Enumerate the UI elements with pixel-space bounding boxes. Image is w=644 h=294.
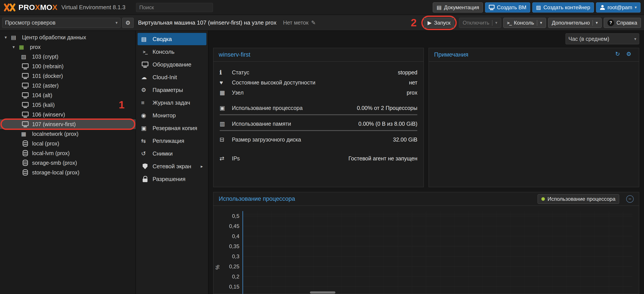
vm-actions: 2 ▶ Запуск Отключить ▾ >_ Консоль ▾ Допо… (411, 15, 641, 30)
info-icon: ℹ (220, 70, 228, 75)
console-icon: >_ (141, 49, 149, 54)
ips-row: ⇄ IPs Гостевой агент не запущен (220, 153, 418, 163)
tree-item-localnetwork[interactable]: ▦ localnetwork (prox) (0, 129, 136, 139)
page-title: Виртуальная машина 107 (winserv-first) н… (138, 19, 276, 26)
pencil-icon: ✎ (311, 20, 316, 25)
server-view-select[interactable]: Просмотр серверов ▾ (2, 18, 120, 28)
hardware-icon (141, 62, 149, 68)
vm-menu: ▤ Сводка >_ Консоль Оборудование ☁ Cloud… (136, 31, 208, 294)
expander-icon[interactable]: ▾ (3, 35, 8, 40)
ytick: 0,4 (232, 231, 239, 241)
tree-item-datacenter[interactable]: ▾ ▤ Центр обработки данных (0, 32, 136, 42)
create-container-button[interactable]: ▨ Создать контейнер (532, 2, 594, 12)
snapshot-icon: ↺ (141, 151, 149, 156)
eye-icon: ◉ (141, 113, 149, 118)
create-vm-button[interactable]: Создать ВМ (485, 2, 530, 12)
shield-icon (141, 163, 149, 169)
start-button[interactable]: ▶ Запуск (424, 18, 454, 28)
tree-settings-button[interactable]: ⚙ (122, 18, 134, 28)
tree-item-vm-102[interactable]: 102 (aster) (0, 81, 136, 90)
help-button[interactable]: ? Справка (604, 18, 641, 28)
node-value: prox (406, 90, 418, 96)
tree-item-vm-106[interactable]: 106 (winserv) (0, 110, 136, 119)
button-divider (537, 20, 537, 26)
tree-item-node-prox[interactable]: ▾ ▦ prox (0, 42, 136, 52)
gear-icon[interactable]: ⚙ (626, 51, 634, 59)
tree-item-storage-smb[interactable]: sorage-smb (prox) (0, 158, 136, 168)
building-icon: ▦ (220, 90, 228, 95)
summary-icon: ▤ (141, 36, 149, 42)
more-button[interactable]: Дополнительно ▾ (548, 18, 602, 28)
menu-item-permissions[interactable]: Разрешения (138, 173, 206, 185)
period-select[interactable]: Час (в среднем) ▾ (566, 33, 639, 44)
node-row: ▦ Узел prox (220, 88, 418, 98)
expander-icon[interactable]: ▾ (11, 44, 16, 50)
tree-item-storage-local[interactable]: local (prox) (0, 139, 136, 148)
tree-item-vm-105[interactable]: 105 (kali) (0, 100, 136, 110)
cpu-chart-title: Использование процессора (219, 195, 295, 202)
yaxis-label: % (214, 265, 221, 270)
menu-item-backup[interactable]: ▣ Резервная копия (138, 122, 206, 134)
menu-item-monitor[interactable]: ◉ Монитор (138, 109, 206, 122)
bootdisk-value: 32.00 GiB (393, 137, 418, 143)
tree-item-vm-101[interactable]: 101 (docker) (0, 71, 136, 81)
chevron-down-icon: ▾ (596, 20, 598, 25)
monitor-icon (489, 5, 494, 9)
horizontal-scrollbar-thumb[interactable] (310, 291, 336, 294)
top-bar: PROXMOX Virtual Environment 8.1.3 ▤ Доку… (0, 0, 644, 15)
tree-item-storage-local2[interactable]: storage-local (prox) (0, 168, 136, 177)
chevron-down-icon: ▾ (634, 5, 637, 10)
period-row: Час (в среднем) ▾ (213, 33, 639, 44)
notes-header-icons: ↻ ⚙ (615, 51, 634, 59)
disk-icon: ⊟ (220, 137, 228, 143)
status-value: stopped (398, 69, 418, 76)
tree-item-storage-local-lvm[interactable]: local-lvm (prox) (0, 148, 136, 158)
menu-item-snapshots[interactable]: ↺ Снимки (138, 147, 206, 160)
list-icon: ≡ (141, 100, 149, 106)
chevron-down-icon: ▾ (116, 20, 118, 25)
tree-item-vm-100[interactable]: 100 (rebrain) (0, 61, 136, 71)
shutdown-button[interactable]: Отключить ▾ (459, 18, 501, 28)
documentation-button[interactable]: ▤ Документация (433, 2, 483, 12)
ha-row: ♥ Состояние высокой доступности нет (220, 77, 418, 88)
heart-icon: ♥ (220, 80, 228, 85)
monitor-icon (21, 102, 30, 108)
menu-item-console[interactable]: >_ Консоль (138, 46, 206, 58)
notes-card-body[interactable] (429, 62, 639, 187)
global-search (136, 3, 213, 12)
menu-item-summary[interactable]: ▤ Сводка (138, 33, 206, 45)
menu-item-firewall[interactable]: Сетевой экран ▸ (138, 160, 206, 172)
book-icon: ▤ (436, 5, 442, 10)
vm-status-card-header: winserv-first (214, 48, 424, 62)
chevron-down-icon: ▾ (634, 36, 636, 41)
user-menu-button[interactable]: root@pam ▾ (596, 2, 640, 12)
ytick: 0,25 (229, 262, 239, 272)
server-icon: ▤ (11, 35, 19, 40)
menu-item-hardware[interactable]: Оборудование (138, 58, 206, 71)
tree-item-vm-107[interactable]: 107 (winserv-first) (0, 119, 136, 129)
collapse-chart-button[interactable]: − (626, 195, 634, 203)
chevron-right-icon: ▸ (201, 164, 203, 169)
menu-item-cloudinit[interactable]: ☁ Cloud-Init (138, 71, 206, 83)
storage-icon (21, 141, 30, 147)
menu-item-tasklog[interactable]: ≡ Журнал задач (138, 97, 206, 109)
console-button[interactable]: >_ Консоль ▾ (503, 18, 546, 28)
backup-icon: ▣ (141, 125, 149, 131)
ips-value: Гостевой агент не запущен (348, 155, 418, 162)
memory-progressbar (220, 130, 418, 131)
memory-value: 0.00% (0 B из 8.00 GiB) (358, 121, 418, 127)
monitor-icon (21, 121, 30, 127)
tags-editor[interactable]: Нет меток ✎ (283, 19, 316, 26)
search-input[interactable] (136, 3, 213, 12)
tree-item-vm-104[interactable]: 104 (alt) (0, 90, 136, 100)
ha-value: нет (409, 79, 418, 86)
cpu-legend-chip[interactable]: Использование процессора (538, 194, 619, 204)
notes-title: Примечания (434, 51, 468, 58)
menu-item-replication[interactable]: ⇆ Репликация (138, 135, 206, 147)
proxmox-logo[interactable]: PROXMOX Virtual Environment 8.1.3 (4, 3, 126, 12)
refresh-icon[interactable]: ↻ (615, 51, 623, 59)
menu-item-options[interactable]: ⚙ Параметры (138, 84, 206, 96)
monitor-icon (21, 83, 30, 89)
tree-item-vm-103[interactable]: ▨ 103 (crypt) (0, 52, 136, 61)
storage-icon (21, 169, 30, 175)
